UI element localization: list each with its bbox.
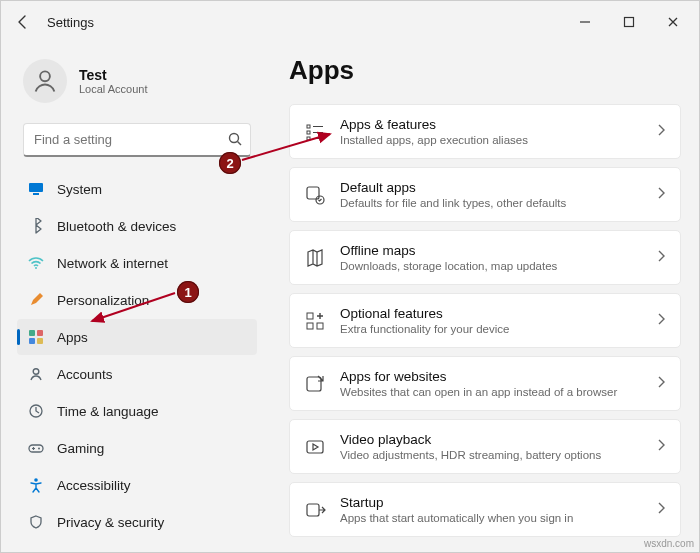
svg-point-16 [34, 478, 38, 482]
card-subtitle: Defaults for file and link types, other … [340, 197, 642, 209]
sidebar-item-label: Accounts [57, 367, 113, 382]
settings-window: Settings Test Local Account [0, 0, 700, 553]
svg-rect-14 [29, 445, 43, 452]
sidebar-item-privacy[interactable]: Privacy & security [17, 504, 257, 540]
list-icon [304, 121, 326, 143]
sidebar-item-label: Privacy & security [57, 515, 164, 530]
chevron-right-icon [656, 501, 666, 519]
card-title: Optional features [340, 306, 642, 321]
svg-rect-1 [625, 18, 634, 27]
card-optional-features[interactable]: Optional featuresExtra functionality for… [289, 293, 681, 348]
sidebar-item-network[interactable]: Network & internet [17, 245, 257, 281]
sidebar-item-gaming[interactable]: Gaming [17, 430, 257, 466]
annotation-badge-2: 2 [219, 152, 241, 174]
window-controls [563, 7, 695, 37]
svg-rect-25 [307, 313, 313, 319]
minimize-button[interactable] [563, 7, 607, 37]
sidebar-item-system[interactable]: System [17, 171, 257, 207]
search-input[interactable] [23, 123, 251, 157]
card-title: Apps for websites [340, 369, 642, 384]
apps-icon [27, 328, 45, 346]
card-title: Apps & features [340, 117, 642, 132]
chevron-right-icon [656, 123, 666, 141]
svg-rect-9 [37, 330, 43, 336]
user-name: Test [79, 67, 148, 83]
video-icon [304, 436, 326, 458]
annotation-badge-1: 1 [177, 281, 199, 303]
nav-list: System Bluetooth & devices Network & int… [17, 171, 257, 552]
sidebar-item-label: Gaming [57, 441, 104, 456]
card-title: Startup [340, 495, 642, 510]
card-subtitle: Installed apps, app execution aliases [340, 134, 642, 146]
svg-point-15 [38, 448, 40, 450]
svg-rect-29 [307, 441, 323, 453]
svg-rect-28 [307, 377, 321, 391]
sidebar-item-label: Network & internet [57, 256, 168, 271]
chevron-right-icon [656, 186, 666, 204]
clock-icon [27, 402, 45, 420]
map-icon [304, 247, 326, 269]
card-apps-for-websites[interactable]: Apps for websitesWebsites that can open … [289, 356, 681, 411]
svg-rect-10 [29, 338, 35, 344]
card-title: Video playback [340, 432, 642, 447]
card-offline-maps[interactable]: Offline mapsDownloads, storage location,… [289, 230, 681, 285]
card-default-apps[interactable]: Default appsDefaults for file and link t… [289, 167, 681, 222]
sidebar-item-label: Time & language [57, 404, 159, 419]
svg-rect-18 [307, 131, 310, 134]
card-subtitle: Downloads, storage location, map updates [340, 260, 642, 272]
update-icon [27, 550, 45, 552]
accessibility-icon [27, 476, 45, 494]
svg-point-12 [33, 369, 39, 375]
chevron-right-icon [656, 312, 666, 330]
card-subtitle: Websites that can open in an app instead… [340, 386, 642, 398]
svg-rect-27 [317, 323, 323, 329]
card-video-playback[interactable]: Video playbackVideo adjustments, HDR str… [289, 419, 681, 474]
wifi-icon [27, 254, 45, 272]
chevron-right-icon [656, 375, 666, 393]
sidebar-item-personalization[interactable]: Personalization [17, 282, 257, 318]
svg-rect-19 [307, 137, 310, 140]
bluetooth-icon [27, 217, 45, 235]
svg-rect-26 [307, 323, 313, 329]
sidebar-item-label: Apps [57, 330, 88, 345]
maximize-button[interactable] [607, 7, 651, 37]
sidebar-item-label: Accessibility [57, 478, 131, 493]
sidebar-item-update[interactable]: Windows Update [17, 541, 257, 552]
card-subtitle: Video adjustments, HDR streaming, batter… [340, 449, 642, 461]
search-container [23, 123, 251, 157]
close-button[interactable] [651, 7, 695, 37]
sidebar-item-accounts[interactable]: Accounts [17, 356, 257, 392]
svg-rect-11 [37, 338, 43, 344]
person-icon [27, 365, 45, 383]
svg-rect-30 [307, 504, 319, 516]
back-button[interactable] [5, 4, 41, 40]
content-pane: Apps Apps & featuresInstalled apps, app … [265, 43, 699, 552]
sidebar-item-label: Personalization [57, 293, 149, 308]
sidebar-item-bluetooth[interactable]: Bluetooth & devices [17, 208, 257, 244]
app-link-icon [304, 373, 326, 395]
page-title: Apps [289, 55, 681, 86]
sidebar-item-label: Windows Update [57, 552, 159, 553]
user-account-row[interactable]: Test Local Account [17, 49, 257, 119]
sidebar-item-time[interactable]: Time & language [17, 393, 257, 429]
watermark: wsxdn.com [644, 538, 694, 549]
card-apps-features[interactable]: Apps & featuresInstalled apps, app execu… [289, 104, 681, 159]
card-subtitle: Extra functionality for your device [340, 323, 642, 335]
sidebar-item-label: Bluetooth & devices [57, 219, 176, 234]
card-title: Offline maps [340, 243, 642, 258]
chevron-right-icon [656, 249, 666, 267]
sidebar-item-label: System [57, 182, 102, 197]
svg-line-4 [238, 142, 242, 146]
avatar [23, 59, 67, 103]
sidebar-item-apps[interactable]: Apps [17, 319, 257, 355]
svg-rect-5 [29, 183, 43, 192]
chevron-right-icon [656, 438, 666, 456]
svg-rect-6 [33, 193, 39, 195]
svg-point-7 [35, 267, 37, 269]
display-icon [27, 180, 45, 198]
card-startup[interactable]: StartupApps that start automatically whe… [289, 482, 681, 537]
sidebar: Test Local Account System Bluetooth & de… [1, 43, 265, 552]
sidebar-item-accessibility[interactable]: Accessibility [17, 467, 257, 503]
window-title: Settings [47, 15, 94, 30]
startup-icon [304, 499, 326, 521]
